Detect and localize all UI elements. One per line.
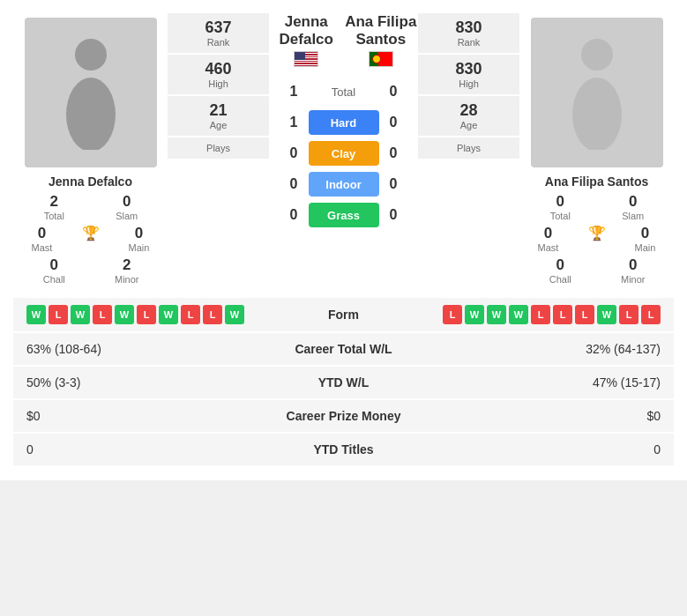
left-player-stats-row1: 2 Total 0 Slam <box>18 193 163 221</box>
form-badge-l: L <box>641 305 661 324</box>
left-main-label: Main <box>129 242 150 253</box>
right-rank-label: Rank <box>458 37 481 48</box>
right-chall-label: Chall <box>549 274 571 285</box>
left-player-card: Jenna Defalco 2 Total 0 Slam 0 Mast 🏆 <box>13 13 168 289</box>
svg-point-1 <box>66 78 116 150</box>
right-player-name: Ana Filipa Santos <box>545 174 648 189</box>
form-badge-l: L <box>93 305 112 324</box>
career-prize-label: Career Prize Money <box>256 409 432 423</box>
left-trophy-icon-container: 🏆 <box>66 225 115 253</box>
ytd-titles-row: 0 YTD Titles 0 <box>13 434 674 465</box>
clay-right-score: 0 <box>379 145 419 161</box>
right-mast-stat: 0 Mast <box>524 225 572 253</box>
form-badge-l: L <box>181 305 200 324</box>
right-minor-label: Minor <box>621 274 646 285</box>
ytd-titles-left: 0 <box>26 442 256 456</box>
hard-surface-btn[interactable]: Hard <box>309 110 379 135</box>
form-badge-w: W <box>509 305 528 324</box>
grass-right-score: 0 <box>379 207 419 223</box>
right-age-label: Age <box>460 120 478 130</box>
right-main-label: Main <box>635 242 656 253</box>
left-plays-box: Plays <box>168 137 269 159</box>
left-chall-label: Chall <box>43 274 65 285</box>
indoor-left-score: 0 <box>269 176 309 192</box>
left-player-avatar <box>25 18 157 167</box>
ytd-titles-label: YTD Titles <box>256 442 432 456</box>
left-minor-stat: 2 Minor <box>91 256 164 285</box>
main-container: Jenna Defalco 2 Total 0 Slam 0 Mast 🏆 <box>0 0 687 480</box>
form-badge-l: L <box>137 305 156 324</box>
total-row: 1 Total 0 <box>269 78 418 106</box>
right-trophy-icon-container: 🏆 <box>572 225 621 253</box>
left-chall-value: 0 <box>50 256 58 274</box>
right-age-value: 28 <box>459 101 477 120</box>
svg-point-0 <box>75 39 107 71</box>
right-form-badges: LWWWLLLWLL <box>397 305 661 324</box>
indoor-surface-btn[interactable]: Indoor <box>309 172 379 197</box>
left-chall-stat: 0 Chall <box>18 256 91 285</box>
hard-right-score: 0 <box>379 115 419 130</box>
right-high-value: 830 <box>455 60 482 78</box>
right-plays-box: Plays <box>418 137 519 159</box>
player-comparison: Jenna Defalco 2 Total 0 Slam 0 Mast 🏆 <box>13 13 674 289</box>
form-badge-w: W <box>26 305 46 324</box>
left-rank-box: 637 Rank <box>168 13 269 53</box>
career-total-row: 63% (108-64) Career Total W/L 32% (64-13… <box>13 333 674 365</box>
left-player-stats-row3: 0 Chall 2 Minor <box>18 256 163 285</box>
hard-surface-label: Hard <box>331 116 357 130</box>
grass-surface-btn[interactable]: Grass <box>309 203 379 227</box>
form-badge-w: W <box>159 305 178 324</box>
hard-left-score: 1 <box>269 115 309 130</box>
right-chall-value: 0 <box>556 256 564 274</box>
career-prize-left: $0 <box>26 409 256 423</box>
total-left-score: 1 <box>269 84 309 100</box>
left-age-label: Age <box>210 120 228 130</box>
form-badge-l: L <box>531 305 550 324</box>
form-badge-l: L <box>575 305 594 324</box>
clay-surface-btn[interactable]: Clay <box>309 141 379 166</box>
left-total-label: Total <box>44 211 64 221</box>
form-row: WLWLWLWLLW Form LWWWLLLWLL <box>13 298 674 331</box>
total-right-score: 0 <box>379 84 419 100</box>
right-plays-label: Plays <box>457 143 481 153</box>
form-badge-l: L <box>49 305 68 324</box>
form-badge-w: W <box>487 305 506 324</box>
right-main-value: 0 <box>641 225 649 242</box>
form-badge-w: W <box>597 305 616 324</box>
right-age-box: 28 Age <box>418 96 519 136</box>
right-minor-value: 0 <box>629 256 637 274</box>
indoor-right-score: 0 <box>379 176 419 192</box>
left-mast-value: 0 <box>38 225 46 242</box>
left-mast-stat: 0 Mast <box>18 225 66 253</box>
clay-surface-label: Clay <box>332 147 355 160</box>
career-prize-right: $0 <box>432 409 661 423</box>
ytd-wl-label: YTD W/L <box>256 375 432 390</box>
right-high-box: 830 High <box>418 55 519 94</box>
left-age-box: 21 Age <box>168 96 269 136</box>
career-total-label: Career Total W/L <box>256 342 432 356</box>
form-badge-l: L <box>443 305 462 324</box>
left-main-value: 0 <box>135 225 143 242</box>
right-mast-value: 0 <box>544 225 552 242</box>
left-slam-value: 0 <box>123 193 131 211</box>
career-total-right: 32% (64-137) <box>432 342 661 356</box>
form-badge-w: W <box>465 305 484 324</box>
left-main-stat: 0 Main <box>115 225 163 253</box>
indoor-row: 0 Indoor 0 <box>269 170 418 198</box>
left-trophy-icon: 🏆 <box>82 225 100 241</box>
left-plays-label: Plays <box>206 143 230 153</box>
career-total-left: 63% (108-64) <box>26 342 256 356</box>
left-high-value: 460 <box>205 60 231 78</box>
left-rank-label: Rank <box>207 37 230 48</box>
ytd-wl-row: 50% (3-3) YTD W/L 47% (15-17) <box>13 367 674 398</box>
left-player-stats-row2: 0 Mast 🏆 0 Main <box>18 225 163 253</box>
left-high-box: 460 High <box>168 55 269 94</box>
svg-point-2 <box>581 39 613 71</box>
left-age-value: 21 <box>209 101 227 120</box>
ytd-wl-left: 50% (3-3) <box>26 375 256 390</box>
right-player-stats-row2: 0 Mast 🏆 0 Main <box>524 225 669 253</box>
right-player-silhouette <box>562 35 632 150</box>
left-center-stats: 637 Rank 460 High 21 Age Plays <box>168 13 269 289</box>
ytd-wl-right: 47% (15-17) <box>432 375 661 390</box>
right-mast-label: Mast <box>538 242 559 253</box>
